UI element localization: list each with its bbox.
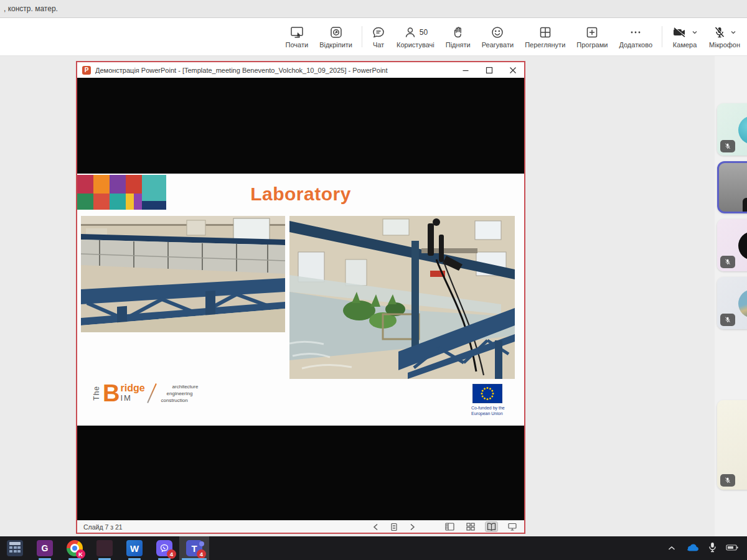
- taskbar-start-button[interactable]: [0, 536, 30, 560]
- onedrive-cloud-icon[interactable]: [685, 543, 699, 554]
- background-window-title: , констр. матер.: [0, 4, 58, 13]
- participant-tile[interactable]: [717, 219, 747, 271]
- avatar: [738, 116, 747, 144]
- chat-label: Чат: [373, 41, 384, 49]
- share-screen-icon: [289, 26, 304, 39]
- participants-count: 50: [420, 28, 428, 37]
- toolbar-divider: [662, 26, 662, 47]
- brand-tagline-2: engineering: [161, 391, 199, 396]
- eu-cofunded-block: Co-funded by the European Union: [471, 384, 515, 417]
- lab-photo-flume-empty: [81, 216, 285, 332]
- slide-counter: Слайд 7 з 21: [83, 523, 123, 531]
- powerpoint-statusbar: Слайд 7 з 21: [77, 520, 524, 533]
- more-label: Додатково: [619, 41, 652, 49]
- raise-hand-icon: [451, 26, 465, 39]
- raise-hand-label: Підняти: [446, 41, 471, 49]
- teams-notification-badge: 4: [197, 549, 206, 559]
- chat-icon: [372, 26, 385, 39]
- reading-view-button[interactable]: [486, 522, 497, 531]
- powerpoint-titlebar[interactable]: P Демонстрація PowerPoint - [Template_me…: [77, 62, 524, 78]
- powerpoint-app-icon: P: [82, 66, 91, 75]
- react-label: Реагувати: [482, 41, 514, 49]
- camera-button[interactable]: Камера: [666, 18, 703, 55]
- microphone-label: Мікрофон: [709, 41, 740, 49]
- smiley-icon: [491, 26, 504, 39]
- more-button[interactable]: Додатково: [613, 18, 658, 55]
- participants-icon: [403, 26, 417, 39]
- slide-menu-button[interactable]: [389, 522, 399, 532]
- avatar: [738, 289, 747, 318]
- background-window-titlebar[interactable]: , констр. матер.: [0, 0, 747, 18]
- meeting-toolbar: Почати Відкріпити Чат: [0, 18, 747, 56]
- unpin-popout-icon: [329, 26, 343, 39]
- slide-title: Laboratory: [77, 184, 524, 205]
- apps-label: Програми: [576, 41, 608, 49]
- tray-microphone-icon[interactable]: [708, 542, 716, 555]
- close-button[interactable]: [509, 67, 517, 74]
- maximize-button[interactable]: [486, 67, 493, 74]
- participants-label: Користувачі: [397, 41, 435, 49]
- microphone-chevron-icon[interactable]: [730, 30, 736, 35]
- chrome-profile-badge: K: [76, 549, 85, 559]
- powerpoint-window: P Демонстрація PowerPoint - [Template_me…: [76, 61, 525, 534]
- eu-flag-icon: [472, 384, 502, 403]
- previous-slide-button[interactable]: [372, 523, 380, 531]
- brand-tagline-1: architecture: [161, 384, 199, 390]
- avatar: [738, 231, 747, 260]
- slideshow-view-button[interactable]: [507, 522, 518, 531]
- tray-battery-icon[interactable]: [726, 543, 738, 554]
- g-app-icon: G: [37, 540, 53, 556]
- chat-button[interactable]: Чат: [366, 18, 391, 55]
- tray-chevron-up-icon[interactable]: [667, 543, 676, 554]
- powerpoint-window-title: Демонстрація PowerPoint - [Template_meet…: [95, 67, 462, 74]
- letterbox-bottom: [77, 426, 524, 520]
- eu-caption-line-1: Co-funded by the: [471, 406, 515, 411]
- taskbar-app-viber[interactable]: 4: [149, 536, 179, 560]
- slide-surface[interactable]: Laboratory: [77, 174, 524, 426]
- brand-ridge: ridge: [120, 383, 144, 393]
- participant-tile[interactable]: [717, 103, 747, 156]
- letterbox-top: [77, 78, 524, 174]
- eu-caption-line-2: European Union: [471, 411, 515, 417]
- meeting-stage: P Демонстрація PowerPoint - [Template_me…: [0, 56, 747, 536]
- viber-notification-badge: 4: [167, 549, 176, 559]
- unpin-button[interactable]: Відкріпити: [314, 18, 358, 55]
- unpin-label: Відкріпити: [319, 41, 352, 49]
- mic-off-icon: [713, 26, 726, 39]
- slide-sorter-button[interactable]: [465, 522, 476, 531]
- ellipsis-icon: [629, 26, 642, 39]
- taskbar-app-g[interactable]: G: [30, 536, 60, 560]
- toolbar-divider: [362, 26, 362, 47]
- mic-muted-badge: [720, 474, 735, 487]
- brand-the: The: [92, 386, 101, 401]
- participant-tile-active-video[interactable]: [717, 161, 747, 213]
- share-start-button[interactable]: Почати: [280, 18, 314, 55]
- participant-tile[interactable]: [717, 277, 747, 329]
- taskbar-app-word[interactable]: W: [120, 536, 149, 560]
- view-label: Переглянути: [525, 41, 565, 49]
- microphone-button[interactable]: Мікрофон: [703, 18, 746, 55]
- mic-muted-badge: [720, 140, 735, 152]
- raise-hand-button[interactable]: Підняти: [440, 18, 476, 55]
- minimize-button[interactable]: [462, 67, 469, 74]
- camera-off-icon: [672, 26, 688, 39]
- taskbar-app-chrome[interactable]: K: [60, 536, 90, 560]
- view-button[interactable]: Переглянути: [519, 18, 571, 55]
- apps-button[interactable]: Програми: [571, 18, 613, 55]
- mic-muted-badge: [720, 314, 735, 326]
- mic-muted-badge: [720, 256, 735, 268]
- brand-slash: [147, 383, 157, 403]
- apps-plus-icon: [585, 26, 599, 39]
- taskbar-app-winrar[interactable]: [90, 536, 120, 560]
- winrar-books-icon: [96, 540, 113, 556]
- normal-view-button[interactable]: [444, 522, 456, 531]
- word-icon: W: [126, 540, 143, 556]
- participants-button[interactable]: 50 Користувачі: [391, 18, 440, 55]
- react-button[interactable]: Реагувати: [476, 18, 519, 55]
- share-start-label: Почати: [286, 41, 309, 49]
- taskbar-app-teams[interactable]: T 4: [179, 536, 209, 560]
- video-object: [743, 198, 747, 213]
- next-slide-button[interactable]: [408, 523, 416, 531]
- camera-chevron-icon[interactable]: [692, 30, 698, 35]
- participant-tile[interactable]: [717, 400, 747, 490]
